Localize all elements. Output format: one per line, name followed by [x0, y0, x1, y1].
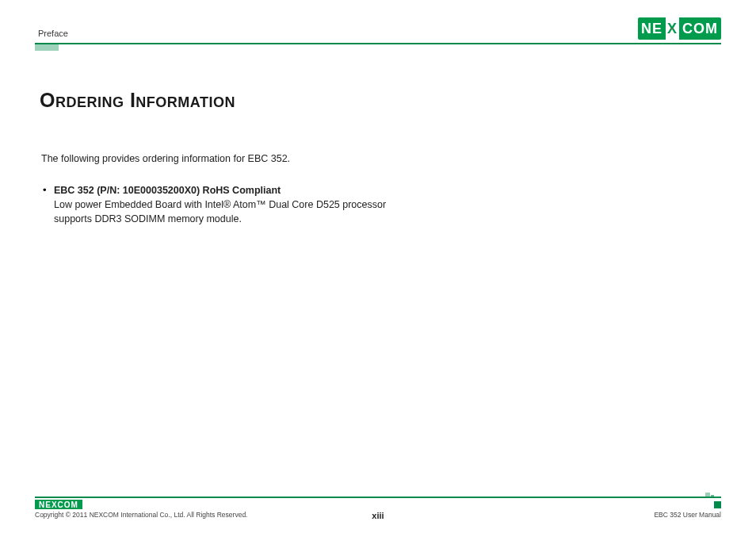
logo-part-com: COM [679, 17, 721, 40]
nexcom-logo: NE X• COM [638, 17, 721, 40]
intro-text: The following provides ordering informat… [40, 153, 721, 164]
copyright-text: Copyright © 2011 NEXCOM International Co… [35, 511, 247, 519]
item-title: EBC 352 (P/N: 10E00035200X0) RoHS Compli… [54, 185, 281, 196]
item-description: Low power Embedded Board with Intel® Ato… [54, 197, 388, 226]
page-number: xiii [372, 511, 384, 520]
section-label: Preface [35, 29, 68, 40]
page-title: Ordering Information [40, 89, 721, 112]
footer-logo: NEXCOM [35, 500, 82, 509]
page-header: Preface NE X• COM [35, 17, 721, 44]
ordering-list: EBC 352 (P/N: 10E00035200X0) RoHS Compli… [40, 183, 388, 226]
page-content: Ordering Information The following provi… [35, 44, 721, 497]
list-item: EBC 352 (P/N: 10E00035200X0) RoHS Compli… [54, 183, 388, 226]
footer-meta: Copyright © 2011 NEXCOM International Co… [35, 509, 721, 533]
header-tab-mark [35, 43, 59, 51]
logo-part-ne: NE [638, 17, 666, 40]
logo-part-x: X• [666, 17, 679, 40]
footer-bar: NEXCOM [35, 497, 721, 509]
document-name: EBC 352 User Manual [654, 511, 721, 519]
page-footer: NEXCOM Copyright © 2011 NEXCOM Internati… [35, 497, 721, 533]
footer-squares-icon [705, 493, 721, 508]
